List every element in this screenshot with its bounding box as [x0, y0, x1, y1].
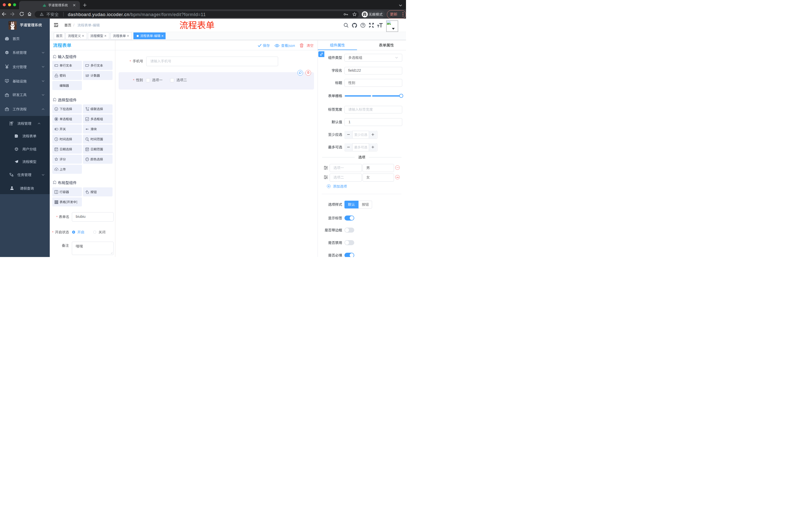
- svg-text:123: 123: [85, 74, 89, 76]
